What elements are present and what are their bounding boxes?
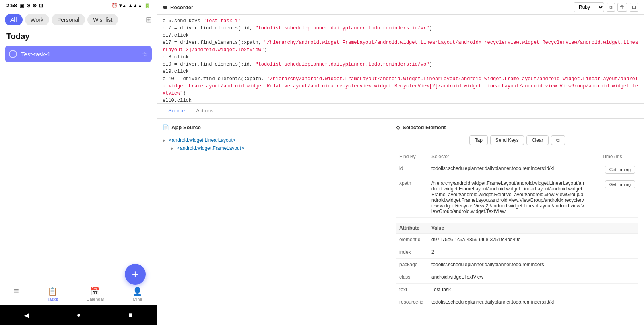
code-line-7: el9.click <box>163 68 638 75</box>
expand-code-button[interactable]: ⊡ <box>630 3 638 12</box>
attr-row-index: index 2 <box>396 246 638 259</box>
attr-name-index: index <box>396 246 428 259</box>
copy-element-button[interactable]: ⧉ <box>551 135 565 145</box>
tab-personal[interactable]: Personal <box>52 14 85 25</box>
table-row-id: id todolist.scheduleplanner.dailyplanner… <box>396 162 638 177</box>
attr-name-elementId: elementId <box>396 234 428 246</box>
code-line-6: el9 = driver.find_elements(:id, "todolis… <box>163 61 638 68</box>
code-line-2: el7 = driver.find_elements(:id, "todolis… <box>163 25 638 32</box>
tap-button[interactable]: Tap <box>469 135 487 145</box>
find-by-table: Find By Selector Time (ms) id todolist.s… <box>396 151 638 218</box>
attr-row-resource-id: resource-id todolist.scheduleplanner.dai… <box>396 296 638 308</box>
tree-node-framelayout[interactable]: ▶ <android.widget.FrameLayout> <box>171 144 384 152</box>
send-keys-button[interactable]: Send Keys <box>490 135 524 145</box>
attr-col-header: Attribute <box>396 223 428 234</box>
selector-xpath-value: /hierarchy/android.widget.FrameLayout/an… <box>431 180 584 214</box>
selector-id-value: todolist.scheduleplanner.dailyplanner.to… <box>431 166 584 171</box>
bottom-nav: ≡ 📋 Tasks 📅 Calendar 👤 Mine <box>0 282 157 305</box>
task-list: Test-task-1 ☆ <box>0 43 157 282</box>
code-line-1: el6.send_keys "Test-task-1" <box>163 17 638 25</box>
timing-id-cell: Get Timing <box>599 162 638 177</box>
code-line-3: el7.click <box>163 32 638 39</box>
calendar-icon: 📅 <box>90 286 100 296</box>
element-actions: Tap Send Keys Clear ⧉ <box>396 135 638 145</box>
table-row-xpath: xpath /hierarchy/android.widget.FrameLay… <box>396 177 638 218</box>
tab-wishlist[interactable]: Wishlist <box>87 14 118 25</box>
mine-icon: 👤 <box>132 286 142 296</box>
tree-children: ▶ <android.widget.FrameLayout> <box>171 144 384 152</box>
tab-source[interactable]: Source <box>163 104 190 118</box>
attr-value-text: Test-task-1 <box>428 284 638 296</box>
get-timing-id-button[interactable]: Get Timing <box>605 166 635 174</box>
status-time: 2:58 <box>6 2 17 8</box>
nav-item-calendar[interactable]: 📅 Calendar <box>87 286 105 302</box>
back-button[interactable]: ◀ <box>16 308 37 322</box>
add-task-button[interactable]: + <box>125 264 146 285</box>
filter-tabs: All Work Personal Wishlist ⊞ <box>0 11 157 29</box>
app-source-icon: 📄 <box>163 124 169 130</box>
app-source-title: 📄 App Source <box>163 124 384 130</box>
task-text: Test-task-1 <box>21 51 138 58</box>
attr-value-resource-id: todolist.scheduleplanner.dailyplanner.to… <box>428 296 638 308</box>
time-col-header: Time (ms) <box>599 151 638 162</box>
selector-id: todolist.scheduleplanner.dailyplanner.to… <box>428 162 599 177</box>
wifi-icon: ▾▲ <box>119 3 126 8</box>
right-panel: ⏺ Recorder Ruby Python Java ⧉ 🗑 ⊡ el6.se… <box>157 0 644 325</box>
clear-button[interactable]: Clear <box>526 135 549 145</box>
grid-view-icon[interactable]: ⊞ <box>146 15 152 24</box>
nav-item-tasks[interactable]: 📋 Tasks <box>47 286 58 302</box>
home-button[interactable]: ● <box>69 308 89 322</box>
code-line-8: el10 = driver.find_elements(:xpath, "/hi… <box>163 75 638 97</box>
tab-actions[interactable]: Actions <box>190 104 219 118</box>
selected-element-icon: ◇ <box>396 124 400 130</box>
tasks-icon: 📋 <box>47 286 58 296</box>
task-star-icon[interactable]: ☆ <box>142 50 148 58</box>
language-select[interactable]: Ruby Python Java <box>574 2 604 12</box>
copy-code-button[interactable]: ⧉ <box>607 3 615 12</box>
attr-row-text: text Test-task-1 <box>396 284 638 296</box>
selected-element-title: ◇ Selected Element <box>396 124 638 130</box>
inspector-tabs: Source Actions <box>157 104 644 119</box>
find-by-xpath: xpath <box>396 177 428 218</box>
nav-item-menu[interactable]: ≡ <box>14 286 19 302</box>
tab-all[interactable]: All <box>5 14 23 25</box>
inspector-content: 📄 App Source ▶ <android.widget.LinearLay… <box>157 119 644 325</box>
tree-tag-framelayout: <android.widget.FrameLayout> <box>177 145 244 151</box>
code-line-4: el7 = driver.find_elements(:xpath, "/hie… <box>163 39 638 54</box>
recent-button[interactable]: ■ <box>121 308 141 322</box>
recorder-header: ⏺ Recorder Ruby Python Java ⧉ 🗑 ⊡ <box>157 0 644 15</box>
status-bar-left: 2:58 ▣ ⊙ ⊛ ⊡ <box>6 2 43 8</box>
status-icon-2: ⊙ <box>26 3 30 8</box>
attr-value-class: android.widget.TextView <box>428 271 638 284</box>
nav-item-mine[interactable]: 👤 Mine <box>132 286 142 302</box>
selector-col-header: Selector <box>428 151 599 162</box>
attr-row-class: class android.widget.TextView <box>396 271 638 284</box>
tab-work[interactable]: Work <box>25 14 49 25</box>
attr-name-resource-id: resource-id <box>396 296 428 308</box>
calendar-label: Calendar <box>87 297 105 302</box>
code-area: el6.send_keys "Test-task-1" el7 = driver… <box>157 15 644 104</box>
clear-code-button[interactable]: 🗑 <box>617 3 627 12</box>
inspector-body: Source Actions 📄 App Source ▶ <android.w… <box>157 104 644 325</box>
task-item: Test-task-1 ☆ <box>5 46 152 62</box>
task-checkbox[interactable] <box>9 50 17 58</box>
value-col-header: Value <box>428 223 638 234</box>
attr-value-elementId: d97175e6-1c5a-4859-9f68-3751fc4be49e <box>428 234 638 246</box>
signal-icon: ▲▲▲ <box>128 3 142 8</box>
status-bar-right: ⏰ ▾▲ ▲▲▲ 🔋 <box>111 3 150 8</box>
tasks-label: Tasks <box>47 297 58 302</box>
code-line-9: el10.click <box>163 97 638 104</box>
recorder-title: ⏺ Recorder <box>163 4 193 10</box>
timing-xpath-cell: Get Timing <box>599 177 638 218</box>
attr-row-package: package todolist.scheduleplanner.dailypl… <box>396 259 638 271</box>
attr-value-index: 2 <box>428 246 638 259</box>
find-by-id: id <box>396 162 428 177</box>
mine-label: Mine <box>133 297 142 302</box>
get-timing-xpath-button[interactable]: Get Timing <box>605 180 635 188</box>
tree-tag-linearlayout: <android.widget.LinearLayout> <box>169 137 235 143</box>
status-bar: 2:58 ▣ ⊙ ⊛ ⊡ ⏰ ▾▲ ▲▲▲ 🔋 <box>0 0 157 11</box>
selector-xpath: /hierarchy/android.widget.FrameLayout/an… <box>428 177 599 218</box>
attr-row-elementId: elementId d97175e6-1c5a-4859-9f68-3751fc… <box>396 234 638 246</box>
tree-node-linearlayout[interactable]: ▶ <android.widget.LinearLayout> <box>163 136 384 144</box>
recorder-icon: ⏺ <box>163 4 168 10</box>
